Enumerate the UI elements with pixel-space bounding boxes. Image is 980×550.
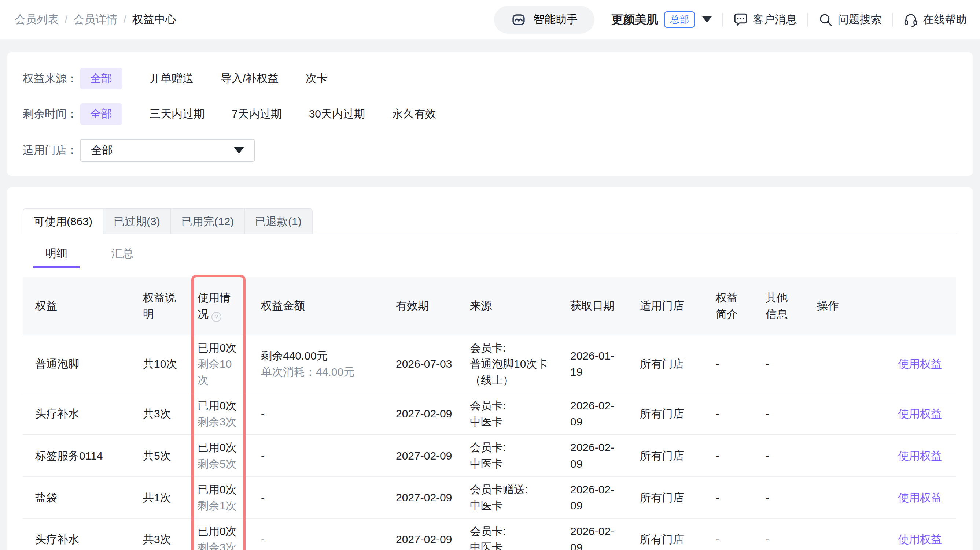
col-benefit: 权益 [23,277,130,335]
help-circle-icon[interactable]: ? [212,312,221,322]
caret-down-icon [234,147,244,154]
store-select-value: 全部 [91,143,113,158]
cell-acquired-date: 2026-02-09 [558,435,627,476]
table-row: 普通泡脚 共10次 已用0次剩余10次 剩余440.00元单次消耗：44.00元… [23,335,956,393]
amount-per-use: 单次消耗：44.00元 [261,364,376,380]
filter-option-expire-7d[interactable]: 7天内过期 [232,106,282,122]
source-card: 中医卡 [470,539,550,550]
filter-option-punch-card[interactable]: 次卡 [305,71,328,86]
store-select-dropdown[interactable]: 全部 [80,139,255,162]
subtab-summary[interactable]: 汇总 [99,245,146,268]
source-card: 中医卡 [470,456,550,472]
cell-validity: 2026-07-03 [383,335,457,393]
cell-usage: 已用0次剩余3次 [185,518,248,550]
cell-benefit: 盐袋 [23,477,130,518]
cell-amount: 剩余440.00元单次消耗：44.00元 [248,335,383,393]
smart-assistant-label: 智能助手 [534,12,578,27]
table-header-row: 权益 权益说明 使用情况? 权益金额 有效期 来源 获取日期 适用门店 权益简介… [23,277,956,335]
nav-customer-messages-label: 客户消息 [753,12,797,27]
tab-used-up[interactable]: 已用完(12) [170,209,244,235]
table-row: 盐袋 共1次 已用0次剩余1次 - 2027-02-09 会员卡赠送:中医卡 2… [23,477,956,518]
cell-benefit: 标签服务0114 [23,435,130,476]
cell-benefit: 头疗补水 [23,393,130,435]
cell-desc: 共1次 [130,477,185,518]
cell-source: 会员卡赠送:中医卡 [457,477,558,518]
cell-usage: 已用0次剩余3次 [185,393,248,435]
filter-time-options: 全部 三天内过期 7天内过期 30天内过期 永久有效 [80,103,436,125]
cell-desc: 共3次 [130,393,185,435]
merchant-hq-badge: 总部 [664,11,695,28]
source-type: 会员卡: [470,340,550,356]
tab-usable[interactable]: 可使用(863) [24,209,103,235]
robot-icon [511,12,526,27]
merchant-switcher[interactable]: 更颜美肌 总部 [611,11,712,28]
usage-used: 已用0次 [197,482,241,498]
tab-refunded[interactable]: 已退款(1) [244,209,312,235]
divider [722,13,723,27]
filter-option-expire-3d[interactable]: 三天内过期 [150,106,205,122]
filter-option-all-time[interactable]: 全部 [80,103,123,125]
nav-question-search-label: 问题搜索 [838,12,882,27]
cell-intro: - [703,477,753,518]
cell-intro: - [703,393,753,435]
use-benefit-link[interactable]: 使用权益 [898,358,942,370]
usage-used: 已用0次 [197,398,241,414]
amount-main: 剩余440.00元 [261,348,376,364]
filter-option-all[interactable]: 全部 [80,68,123,89]
nav-question-search[interactable]: 问题搜索 [818,12,882,27]
cell-other-info: - [753,335,805,393]
col-other-info: 其他信息 [753,277,805,335]
merchant-name: 更颜美肌 [611,12,658,28]
cell-intro: - [703,335,753,393]
caret-down-icon [702,16,712,23]
use-benefit-link[interactable]: 使用权益 [898,533,942,545]
filter-store-label: 适用门店： [23,143,80,158]
breadcrumb-member-detail[interactable]: 会员详情 [73,12,117,27]
source-card: 普通泡脚10次卡（线上） [470,356,550,388]
nav-customer-messages[interactable]: 客户消息 [733,12,797,27]
filter-option-permanent[interactable]: 永久有效 [392,106,436,122]
cell-validity: 2027-02-09 [383,518,457,550]
col-intro: 权益简介 [703,277,753,335]
cell-benefit: 普通泡脚 [23,335,130,393]
breadcrumb-separator: / [123,14,126,26]
filter-option-order-gift[interactable]: 开单赠送 [150,71,194,86]
cell-stores: 所有门店 [627,393,703,435]
cell-other-info: - [753,393,805,435]
usage-remaining: 剩余3次 [197,539,241,550]
topbar: 会员列表 / 会员详情 / 权益中心 智能助手 更颜美肌 总部 [0,0,980,39]
tab-expired[interactable]: 已过期(3) [103,209,170,235]
filter-panel: 权益来源： 全部 开单赠送 导入/补权益 次卡 剩余时间： 全部 三天内过期 7… [7,52,973,176]
cell-source: 会员卡:中医卡 [457,435,558,476]
subtab-detail[interactable]: 明细 [33,245,80,268]
cell-acquired-date: 2026-01-19 [558,335,627,393]
filter-option-expire-30d[interactable]: 30天内过期 [309,106,365,122]
usage-used: 已用0次 [197,340,241,356]
use-benefit-link[interactable]: 使用权益 [898,407,942,420]
filter-source-options: 全部 开单赠送 导入/补权益 次卡 [80,68,328,89]
divider [807,13,808,27]
breadcrumb-separator: / [65,14,67,26]
usage-remaining: 剩余5次 [197,456,241,472]
use-benefit-link[interactable]: 使用权益 [898,450,942,462]
cell-amount: - [248,477,383,518]
cell-benefit: 头疗补水 [23,518,130,550]
smart-assistant-button[interactable]: 智能助手 [494,6,595,34]
col-actions: 操作 [805,277,956,335]
amount-main: - [261,448,376,464]
cell-usage: 已用0次剩余1次 [185,477,248,518]
cell-source: 会员卡:中医卡 [457,518,558,550]
cell-validity: 2027-02-09 [383,477,457,518]
filter-option-import[interactable]: 导入/补权益 [221,71,278,86]
use-benefit-link[interactable]: 使用权益 [898,491,942,504]
breadcrumb-member-list[interactable]: 会员列表 [15,12,59,27]
cell-stores: 所有门店 [627,477,703,518]
cell-other-info: - [753,435,805,476]
cell-action: 使用权益 [805,477,956,518]
col-stores: 适用门店 [627,277,703,335]
view-subtabs: 明细 汇总 [33,245,957,268]
message-icon [733,12,748,27]
cell-usage: 已用0次剩余5次 [185,435,248,476]
nav-online-help[interactable]: 在线帮助 [903,12,967,27]
usage-remaining: 剩余10次 [197,356,241,388]
